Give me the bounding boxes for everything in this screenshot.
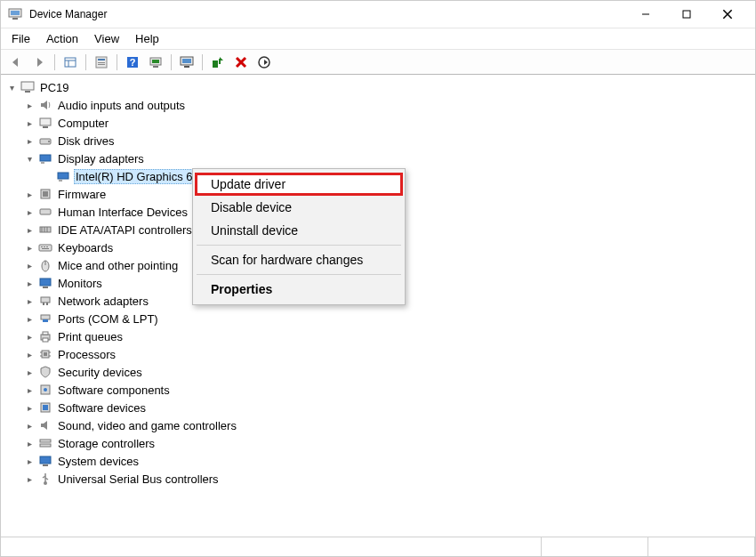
tree-label: Keyboards: [56, 241, 115, 254]
svg-rect-56: [41, 315, 50, 319]
tree-label: Software devices: [56, 401, 148, 415]
scan-hardware-button[interactable]: [208, 52, 228, 72]
ctx-properties[interactable]: Properties: [195, 278, 403, 301]
chevron-right-icon[interactable]: ▸: [24, 224, 35, 235]
window-title: Device Manager: [29, 8, 625, 20]
tree-label: Software components: [56, 383, 172, 397]
chevron-right-icon[interactable]: ▸: [24, 242, 35, 253]
minimize-button[interactable]: [625, 1, 666, 28]
titlebar: Device Manager: [1, 1, 755, 28]
tree-label: Firmware: [56, 188, 108, 201]
chevron-right-icon[interactable]: ▸: [24, 473, 35, 484]
chevron-right-icon[interactable]: ▸: [24, 135, 35, 146]
svg-rect-70: [43, 405, 48, 410]
svg-rect-62: [44, 352, 47, 356]
chevron-right-icon[interactable]: ▸: [24, 349, 35, 359]
chevron-right-icon[interactable]: ▸: [24, 367, 35, 377]
menu-view[interactable]: View: [92, 30, 121, 47]
tree-item-print-queues[interactable]: ▸ Print queues: [6, 327, 750, 345]
tree-item-audio[interactable]: ▸ Audio inputs and outputs: [6, 96, 750, 114]
chevron-right-icon[interactable]: ▸: [24, 189, 35, 199]
tree-item-software-components[interactable]: ▸ Software components: [6, 381, 750, 399]
ctx-update-driver[interactable]: Update driver: [195, 173, 403, 196]
storage-icon: [38, 436, 52, 450]
sound-icon: [38, 418, 52, 432]
tree-label: Print queues: [56, 330, 125, 343]
ctx-disable-device[interactable]: Disable device: [195, 196, 403, 219]
disk-icon: [38, 133, 52, 148]
svg-rect-55: [46, 303, 48, 305]
tree-label: Security devices: [56, 366, 144, 379]
menu-action[interactable]: Action: [44, 30, 80, 47]
tree-item-display-adapters[interactable]: ▾ Display adapters: [6, 149, 750, 167]
svg-rect-22: [213, 61, 218, 68]
svg-rect-60: [43, 338, 48, 342]
device-tree[interactable]: ▾ PC19 ▸ Audio inputs and outputs ▸ Comp…: [1, 75, 755, 537]
tree-item-storage[interactable]: ▸ Storage controllers: [6, 434, 750, 452]
chevron-down-icon[interactable]: ▾: [6, 82, 17, 93]
ctx-uninstall-device[interactable]: Uninstall device: [195, 219, 403, 242]
tree-item-usb[interactable]: ▸ Universal Serial Bus controllers: [6, 470, 750, 488]
display-adapter-icon: [38, 151, 52, 165]
svg-rect-21: [184, 66, 189, 68]
chevron-right-icon[interactable]: ▸: [24, 260, 35, 270]
properties-button[interactable]: [92, 52, 111, 72]
back-button[interactable]: [6, 52, 26, 72]
tree-item-computer[interactable]: ▸ Computer: [6, 114, 750, 132]
menu-help[interactable]: Help: [133, 30, 161, 47]
tree-item-sound[interactable]: ▸ Sound, video and game controllers: [6, 416, 750, 434]
statusbar: [1, 537, 755, 556]
chevron-right-icon[interactable]: ▸: [24, 206, 35, 217]
ctx-scan-hardware[interactable]: Scan for hardware changes: [195, 248, 403, 271]
tree-label: Intel(R) HD Graphics 630: [74, 169, 207, 184]
svg-rect-47: [46, 246, 48, 247]
chevron-right-icon[interactable]: ▸: [24, 420, 35, 431]
tree-label: System devices: [56, 455, 141, 468]
show-hidden-button[interactable]: [60, 52, 80, 72]
update-driver-button[interactable]: [146, 52, 165, 72]
svg-rect-72: [40, 444, 51, 447]
maximize-button[interactable]: [666, 1, 707, 28]
root-node[interactable]: ▾ PC19: [6, 78, 750, 96]
svg-rect-34: [41, 162, 44, 164]
tree-item-ports[interactable]: ▸ Ports (COM & LPT): [6, 310, 750, 327]
tree-item-system[interactable]: ▸ System devices: [6, 452, 750, 470]
menu-file[interactable]: File: [10, 30, 32, 47]
chevron-right-icon[interactable]: ▸: [24, 438, 35, 448]
computer-icon: [38, 116, 52, 130]
uninstall-button[interactable]: [231, 52, 251, 72]
svg-rect-73: [40, 456, 51, 464]
chevron-right-icon[interactable]: ▸: [24, 278, 35, 288]
tree-item-processors[interactable]: ▸ Processors: [6, 345, 750, 363]
tree-label: Computer: [56, 117, 110, 130]
tree-label: Display adapters: [56, 152, 146, 165]
chevron-right-icon[interactable]: ▸: [24, 331, 35, 342]
chevron-right-icon[interactable]: ▸: [24, 295, 35, 306]
svg-rect-74: [43, 464, 48, 466]
chevron-right-icon[interactable]: ▸: [24, 402, 35, 413]
chevron-right-icon[interactable]: ▸: [24, 456, 35, 466]
disable-button[interactable]: [254, 52, 274, 72]
chevron-right-icon[interactable]: ▸: [24, 384, 35, 395]
tree-item-security[interactable]: ▸ Security devices: [6, 363, 750, 381]
tree-item-software-devices[interactable]: ▸ Software devices: [6, 399, 750, 416]
root-label: PC19: [38, 81, 71, 94]
security-icon: [38, 365, 52, 379]
chevron-down-icon[interactable]: ▾: [24, 153, 35, 164]
forward-button[interactable]: [29, 52, 49, 72]
cpu-icon: [38, 347, 52, 361]
svg-rect-46: [44, 246, 45, 247]
chevron-right-icon[interactable]: ▸: [24, 117, 35, 128]
blank-twisty: [42, 171, 52, 182]
help-button[interactable]: ?: [123, 52, 142, 72]
tree-label: Storage controllers: [56, 437, 157, 450]
firmware-icon: [38, 187, 52, 201]
close-button[interactable]: [707, 1, 748, 28]
svg-rect-54: [43, 303, 44, 305]
svg-rect-38: [43, 191, 48, 197]
tree-item-disk[interactable]: ▸ Disk drives: [6, 132, 750, 149]
monitor-button[interactable]: [177, 52, 197, 72]
chevron-right-icon[interactable]: ▸: [24, 313, 35, 324]
chevron-right-icon[interactable]: ▸: [24, 100, 35, 110]
keyboard-icon: [38, 240, 52, 254]
